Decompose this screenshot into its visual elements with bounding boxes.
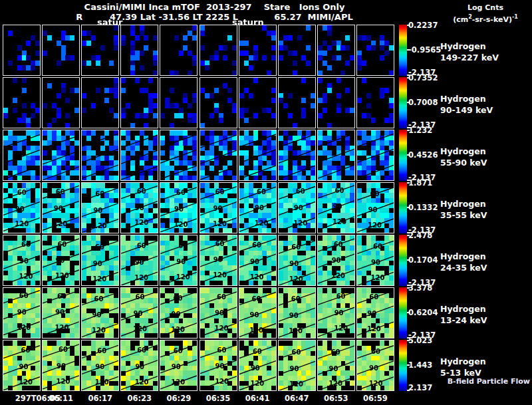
spectrogram-tile (239, 340, 277, 391)
spectrogram-tile (200, 130, 237, 181)
spectrogram-tile (200, 182, 237, 233)
spectrogram-tile (317, 77, 355, 128)
spectrogram-tile (356, 130, 394, 181)
time-tick-label: 06:29 (167, 394, 192, 403)
time-tick-label: 06:41 (245, 394, 270, 403)
spectrogram-tile (278, 235, 316, 286)
colorbar (399, 130, 407, 181)
spectrogram-tile (120, 77, 158, 128)
colorbar-max-label: 2.478 (408, 231, 432, 240)
channel-energy: 55-90 keV (440, 157, 487, 168)
spectrogram-tile (81, 25, 119, 76)
spectrogram-tile (42, 287, 80, 338)
spectrogram-tile (160, 25, 198, 76)
spectrogram-tile (81, 77, 119, 128)
channel-energy: 13-24 keV (440, 315, 487, 326)
spectrogram-tile (120, 130, 158, 181)
spectrogram-tile (356, 287, 394, 338)
time-tick-label: 06:11 (49, 394, 73, 403)
spectrogram-tile (317, 25, 355, 76)
spectrogram-tile (239, 235, 277, 286)
spectrogram-tile (42, 25, 80, 76)
bfield-flow-label: B-field Particle Flow (399, 377, 530, 386)
spectrogram-tile (81, 287, 119, 338)
channel-species: Hydrogen (440, 146, 487, 157)
time-tick-label: 06:47 (285, 394, 309, 403)
spectrogram-tile (239, 182, 277, 233)
spectrogram-tile (42, 77, 80, 128)
units-inverse-exponent: -1 (512, 14, 518, 20)
time-tick-label: 06:23 (127, 394, 152, 403)
colorbar (399, 182, 407, 233)
time-tick-label: 06:59 (363, 394, 388, 403)
colorbar-units-title: Log Cnts (439, 3, 532, 13)
colorbar-mid-label: 0.7008 (408, 98, 438, 107)
spectrogram-tile (317, 130, 355, 181)
spectrogram-tile (317, 287, 355, 338)
spectrogram-tile (356, 182, 394, 233)
colorbar-units: Log Cnts (cm2-sr-s-keV)-1 (439, 3, 532, 25)
time-tick-label: 06:17 (88, 394, 112, 403)
spectrogram-tile (42, 182, 80, 233)
colorbar-max-label: 1.232 (408, 126, 432, 135)
colorbar-max-label: 1.871 (408, 178, 432, 188)
channel-label: Hydrogen24-35 keV (440, 251, 487, 273)
spectrogram-tile (3, 130, 41, 181)
time-tick-label: 06:53 (324, 394, 348, 403)
channel-species: Hydrogen (440, 356, 486, 367)
spectrogram-tile (278, 25, 316, 76)
channel-energy: 149-227 keV (440, 52, 499, 63)
spectrogram-tile (278, 182, 316, 233)
spectrogram-tile (120, 287, 158, 338)
plot-root: Cassini/MIMI Inca mTOF 2013-297 Stare Io… (0, 0, 532, 405)
colorbar-max-label: 0.2237 (408, 21, 438, 30)
spectrogram-tile (81, 130, 119, 181)
spectrogram-tile (200, 235, 237, 286)
colorbar-mid-label: 0.1332 (408, 203, 438, 212)
spectrogram-tile (317, 235, 355, 286)
channel-label: Hydrogen90-149 keV (440, 93, 493, 116)
spectrogram-tile (160, 77, 198, 128)
spectrogram-tile (200, 340, 237, 391)
spectrogram-tile (42, 130, 80, 181)
colorbar-units-formula: (cm2-sr-s-keV)-1 (439, 13, 532, 25)
time-tick-label: 06:35 (206, 394, 231, 403)
spectrogram-tile (278, 340, 316, 391)
channel-species: Hydrogen (440, 303, 487, 315)
channel-species: Hydrogen (440, 251, 487, 262)
colorbar-mid-label: -0.9565 (408, 45, 441, 55)
colorbar (399, 235, 407, 286)
spectrogram-tile (200, 287, 237, 338)
spectrogram-tile (356, 77, 394, 128)
channel-energy: 35-55 keV (440, 209, 487, 221)
spectrogram-tile (81, 182, 119, 233)
plot-subtitle: R 47.39 Lat -31.56 LT 2225 L 65.27 MIMI/… (0, 12, 429, 22)
plot-title: Cassini/MIMI Inca mTOF 2013-297 Stare Io… (0, 2, 429, 12)
spectrogram-tile (160, 287, 198, 338)
spectrogram-tile (239, 77, 277, 128)
spectrogram-tile (160, 130, 198, 181)
colorbar-mid-label: 0.6204 (408, 308, 438, 317)
spectrogram-tile (3, 287, 41, 338)
spectrogram-tile (42, 340, 80, 391)
channel-energy: 24-35 keV (440, 262, 487, 273)
spectrogram-tile (356, 340, 394, 391)
spectrogram-tile (3, 340, 41, 391)
colorbar-max-label: 0.7352 (408, 73, 438, 82)
saturn-label-left: satur (97, 17, 122, 27)
spectrogram-tile (3, 182, 41, 233)
spectrogram-tile (356, 235, 394, 286)
spectrogram-tile (278, 77, 316, 128)
spectrogram-tile (160, 182, 198, 233)
spectrogram-tile (278, 130, 316, 181)
spectrogram-tile (239, 25, 277, 76)
channel-label: Hydrogen5-13 keV (440, 356, 486, 378)
spectrogram-tile (160, 235, 198, 286)
spectrogram-tile (317, 340, 355, 391)
spectrogram-tile (356, 25, 394, 76)
colorbar-mid-label: 1.443 (408, 360, 432, 370)
spectrogram-tile (3, 235, 41, 286)
units-prefix: (cm (453, 15, 468, 24)
channel-label: Hydrogen13-24 keV (440, 303, 487, 326)
colorbar-max-label: 3.378 (408, 283, 432, 293)
